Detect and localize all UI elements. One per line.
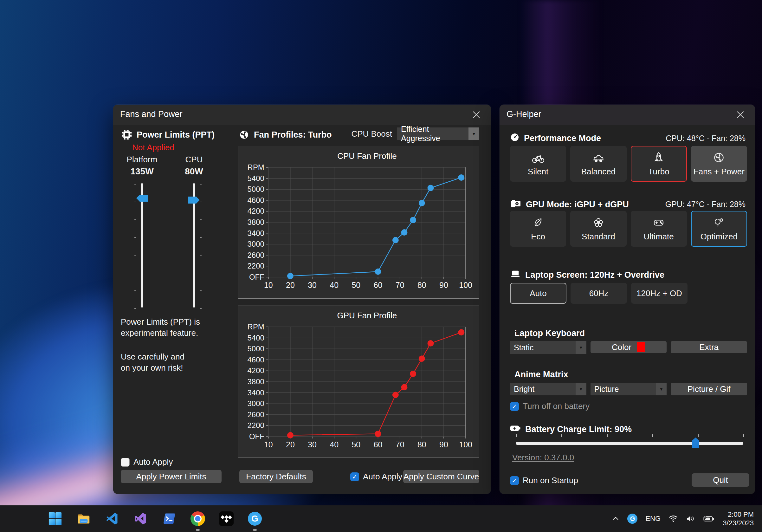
cpu-fan-profile-chart[interactable]: OFF220026003000340038004200460050005400R…: [238, 146, 479, 299]
screen-auto-button[interactable]: Auto: [510, 283, 567, 304]
gpu-standard-button[interactable]: Standard: [570, 211, 626, 247]
file-explorer-button[interactable]: [76, 511, 91, 526]
speaker-icon[interactable]: [686, 515, 695, 522]
cpu-chip-icon: [121, 129, 133, 141]
gpu-eco-button[interactable]: Eco: [510, 211, 566, 247]
power-auto-apply-row[interactable]: Auto Apply: [121, 457, 173, 467]
chevron-down-icon[interactable]: ▼: [656, 383, 667, 395]
matrix-brightness-value[interactable]: Bright: [510, 383, 575, 395]
color-swatch[interactable]: [637, 342, 646, 352]
cpu-boost-dropdown[interactable]: Efficient Aggressive ▼: [397, 127, 479, 140]
keyboard-color-button[interactable]: Color: [590, 341, 667, 353]
terminal-button[interactable]: [162, 511, 177, 526]
gpu-mode-label: Optimized: [701, 232, 737, 242]
turn-off-on-battery-checkbox[interactable]: [510, 402, 519, 411]
svg-text:3000: 3000: [248, 240, 265, 248]
svg-text:3800: 3800: [248, 377, 265, 386]
factory-defaults-button[interactable]: Factory Defaults: [239, 470, 313, 483]
language-indicator[interactable]: ENG: [646, 514, 660, 523]
matrix-brightness-dropdown[interactable]: Bright ▼: [510, 383, 586, 395]
cpu-fan-chart-svg[interactable]: OFF220026003000340038004200460050005400R…: [238, 146, 479, 298]
platform-power-slider[interactable]: [132, 181, 152, 311]
laptop-screen-header: Laptop Screen: 120Hz + Overdrive: [510, 269, 664, 280]
mode-fans-power-button[interactable]: Fans + Power: [691, 146, 747, 182]
run-on-startup-row[interactable]: Run on Startup: [510, 476, 578, 486]
mode-label: Turbo: [648, 167, 669, 177]
chrome-button[interactable]: [190, 511, 205, 526]
svg-text:10: 10: [264, 280, 273, 289]
fan-profiles-title: Fan Profiles: Turbo: [254, 130, 332, 140]
keyboard-mode-dropdown[interactable]: Static ▼: [510, 341, 586, 354]
clock-date: 3/23/2023: [723, 519, 754, 527]
chevron-down-icon[interactable]: ▼: [469, 127, 479, 140]
g-helper-taskbar-button[interactable]: G: [247, 511, 263, 526]
performance-mode-title: Performance Mode: [524, 133, 601, 143]
curve-auto-apply-row[interactable]: Auto Apply: [350, 472, 402, 482]
apply-custom-curve-button[interactable]: Apply Custom Curve: [403, 470, 479, 483]
tidal-button[interactable]: [219, 511, 234, 526]
performance-mode-buttons: Silent Balanced Turbo Fans + Power: [510, 146, 747, 182]
slider-thumb[interactable]: [188, 196, 200, 203]
vscode-button[interactable]: [105, 511, 120, 526]
gpu-temp-status: GPU: 47°C - Fan: 28%: [665, 200, 745, 209]
battery-slider-thumb[interactable]: [692, 437, 699, 448]
bicycle-icon: [532, 151, 545, 164]
svg-text:OFF: OFF: [249, 432, 265, 441]
color-button-label: Color: [612, 342, 632, 352]
start-button[interactable]: [47, 511, 63, 526]
battery-slider-track[interactable]: [516, 442, 743, 445]
svg-text:90: 90: [439, 280, 448, 289]
power-limits-title: Power Limits (PPT): [137, 130, 215, 140]
gpu-fan-profile-chart[interactable]: OFF220026003000340038004200460050005400R…: [238, 305, 479, 458]
close-button[interactable]: [732, 107, 749, 122]
g-helper-tray-icon[interactable]: G: [627, 514, 638, 524]
tidal-icon: [219, 511, 234, 526]
gpu-optimized-button[interactable]: Optimized: [691, 211, 747, 247]
svg-text:60: 60: [374, 440, 383, 449]
battery-tray-icon[interactable]: [703, 515, 715, 522]
laptop-keyboard-header: Laptop Keyboard: [510, 329, 585, 338]
fans-window-title: Fans and Power: [120, 110, 183, 119]
power-auto-apply-checkbox[interactable]: [121, 458, 130, 467]
svg-text:5000: 5000: [248, 344, 265, 353]
matrix-picture-gif-button[interactable]: Picture / Gif: [671, 383, 747, 395]
cpu-boost-value[interactable]: Efficient Aggressive: [397, 127, 469, 140]
mode-turbo-button[interactable]: Turbo: [631, 146, 687, 182]
file-explorer-icon: [76, 511, 91, 526]
fan-profiles-column: Fan Profiles: Turbo CPU Boost Efficient …: [238, 105, 479, 494]
svg-text:4200: 4200: [248, 207, 265, 215]
version-link[interactable]: Version: 0.37.0.0: [512, 453, 574, 463]
chevron-up-icon[interactable]: [612, 515, 619, 522]
curve-auto-apply-checkbox[interactable]: [350, 472, 359, 481]
slider-thumb[interactable]: [136, 195, 148, 202]
svg-text:100: 100: [459, 280, 472, 289]
screen-120hz-od-button[interactable]: 120Hz + OD: [631, 283, 688, 304]
keyboard-mode-value[interactable]: Static: [510, 341, 575, 354]
svg-text:70: 70: [396, 280, 405, 289]
matrix-content-value[interactable]: Picture: [590, 383, 656, 395]
matrix-content-dropdown[interactable]: Picture ▼: [590, 383, 667, 395]
wifi-icon[interactable]: [668, 515, 678, 522]
apply-power-limits-button[interactable]: Apply Power Limits: [121, 470, 222, 483]
mode-balanced-button[interactable]: Balanced: [570, 146, 626, 182]
screen-60hz-button[interactable]: 60Hz: [571, 283, 627, 304]
cpu-power-slider[interactable]: [185, 181, 203, 311]
taskbar-clock[interactable]: 2:00 PM 3/23/2023: [723, 510, 754, 527]
visual-studio-button[interactable]: [133, 511, 148, 526]
matrix-battery-checkbox-row[interactable]: Turn off on battery: [510, 401, 589, 411]
chevron-down-icon[interactable]: ▼: [575, 341, 586, 354]
run-on-startup-checkbox[interactable]: [510, 476, 519, 485]
quit-button[interactable]: Quit: [692, 473, 749, 487]
cpu-label: CPU: [170, 155, 218, 165]
keyboard-extra-button[interactable]: Extra: [671, 341, 747, 353]
slider-track[interactable]: [141, 183, 143, 308]
laptop-keyboard-title: Laptop Keyboard: [514, 329, 585, 338]
svg-text:3400: 3400: [248, 388, 265, 397]
gpu-ultimate-button[interactable]: Ultimate: [631, 211, 687, 247]
chevron-down-icon[interactable]: ▼: [575, 383, 586, 395]
cpu-boost-label: CPU Boost: [351, 129, 392, 139]
g-helper-titlebar[interactable]: G-Helper: [499, 105, 755, 125]
desktop: Fans and Power Power Limits (PPT) Not Ap…: [0, 0, 762, 532]
gpu-fan-chart-svg[interactable]: OFF220026003000340038004200460050005400R…: [238, 306, 479, 457]
mode-silent-button[interactable]: Silent: [510, 146, 566, 182]
